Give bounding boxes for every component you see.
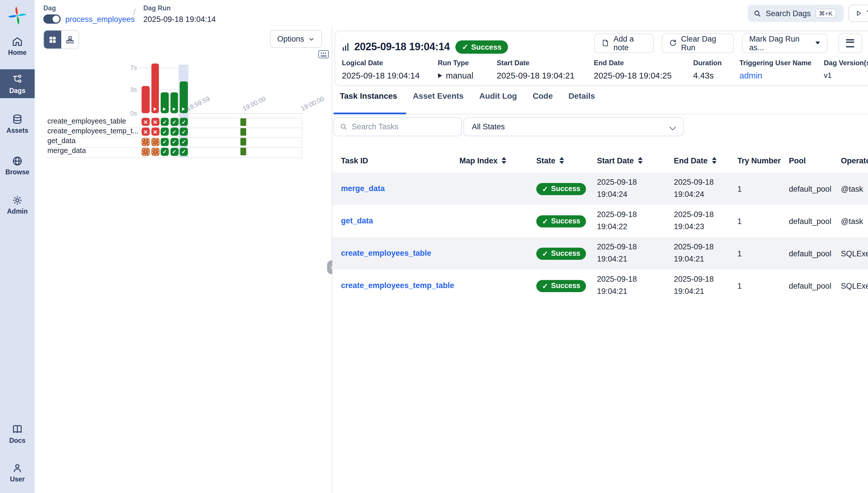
sort-state[interactable]	[559, 157, 564, 164]
check-icon: ✓	[462, 42, 468, 51]
try-number-cell: 1	[738, 281, 789, 290]
mark-dag-run-as-button[interactable]: Mark Dag Run as...	[742, 33, 827, 53]
task-instance-cell[interactable]: ✓	[180, 118, 188, 126]
task-instance-cell[interactable]: ↑	[142, 138, 150, 146]
state-filter-select[interactable]: All States	[463, 117, 683, 136]
time-axis-label: 19:00:00	[300, 95, 325, 112]
tab-details[interactable]: Details	[568, 91, 595, 107]
task-id-link[interactable]: create_employees_table	[341, 249, 431, 257]
task-instance-cell[interactable]: ✓	[170, 138, 178, 146]
task-instance-cell[interactable]: ✓	[161, 118, 169, 126]
airflow-logo[interactable]	[7, 6, 27, 25]
sidebar-item-docs[interactable]: Docs	[0, 420, 35, 447]
task-instance-cell[interactable]: ✓	[180, 148, 188, 156]
sidebar-item-admin[interactable]: Admin	[0, 191, 35, 218]
run-tabs: Task Instances Asset Events Audit Log Co…	[340, 91, 595, 107]
task-instance-cell[interactable]: ✓	[161, 128, 169, 136]
grid-task-label[interactable]: get_data	[47, 137, 139, 145]
dag-pause-toggle[interactable]	[43, 15, 61, 24]
task-id-link[interactable]: create_employees_temp_table	[341, 281, 454, 290]
sidebar-item-assets[interactable]: Assets	[0, 110, 35, 137]
sidebar-item-home[interactable]: Home	[0, 32, 35, 59]
gantt-border	[187, 117, 302, 118]
state-cell: ✓Success	[536, 215, 597, 227]
task-id-link[interactable]: get_data	[341, 216, 373, 225]
task-instance-cell[interactable]: ✓	[170, 118, 178, 126]
dag-run-bar[interactable]	[170, 93, 178, 113]
sidebar-item-label: Home	[8, 49, 26, 56]
add-note-button[interactable]: Add a note	[594, 33, 653, 53]
search-dags-label: Search Dags	[766, 9, 811, 18]
trigger-label: Trigger	[867, 9, 868, 18]
sidebar-item-user[interactable]: User	[0, 459, 35, 486]
table-row: merge_data✓Success2025-09-1819:04:242025…	[332, 173, 868, 205]
sort-start-date[interactable]	[638, 157, 643, 164]
sidebar-item-label: Browse	[5, 168, 29, 175]
task-instance-cell[interactable]: ✓	[170, 128, 178, 136]
state-badge: ✓Success	[536, 215, 586, 227]
run-title: 2025-09-18 19:04:14	[354, 41, 450, 53]
task-instance-cell[interactable]: ↑	[151, 148, 159, 156]
task-instance-cell[interactable]: ✓	[180, 128, 188, 136]
task-instance-cell[interactable]: ✕	[142, 128, 150, 136]
search-dags-button[interactable]: Search Dags ⌘+K	[748, 5, 844, 22]
gantt-task-bar[interactable]	[240, 118, 246, 126]
gantt-task-bar[interactable]	[240, 138, 246, 146]
breadcrumb-dag-link[interactable]: process_employees	[65, 15, 135, 24]
dag-run-bar[interactable]	[161, 93, 168, 113]
dag-run-bar[interactable]	[142, 86, 149, 113]
task-instance-cell[interactable]: ✓	[170, 148, 178, 156]
tabs-divider	[333, 113, 868, 114]
axis-baseline	[138, 113, 303, 114]
task-instance-cell[interactable]: ↑	[151, 138, 159, 146]
task-id-cell: merge_data	[341, 184, 460, 194]
operator-cell: @task	[841, 217, 868, 226]
sidebar: Home Dags Assets Browse Admin Docs	[0, 0, 35, 493]
trigger-button[interactable]: Trigger	[848, 5, 868, 22]
task-id-cell: create_employees_table	[341, 248, 460, 259]
tab-audit-log[interactable]: Audit Log	[479, 91, 517, 107]
table-row: create_employees_temp_table✓Success2025-…	[332, 270, 868, 302]
operator-cell: SQLExec	[841, 249, 868, 258]
sort-end-date[interactable]	[712, 157, 716, 164]
sidebar-item-label: Docs	[9, 437, 25, 444]
tab-task-instances[interactable]: Task Instances	[340, 91, 397, 107]
grid-task-label[interactable]: create_employees_table	[47, 117, 139, 125]
state-cell: ✓Success	[536, 183, 597, 195]
meta-end-date: End Date 2025-09-18 19:04:25	[594, 59, 693, 80]
task-instance-cell[interactable]: ✓	[180, 138, 188, 146]
triggering-user-link[interactable]: admin	[740, 71, 824, 80]
task-instance-cell[interactable]: ✓	[161, 138, 169, 146]
task-instance-cell[interactable]: ✕	[151, 118, 159, 126]
task-id-cell: create_employees_temp_table	[341, 281, 460, 291]
clear-dag-run-button[interactable]: Clear Dag Run	[661, 33, 734, 53]
task-instance-cell[interactable]: ✕	[142, 118, 150, 126]
sidebar-item-browse[interactable]: Browse	[0, 151, 35, 179]
task-instance-cell[interactable]: ↑	[142, 148, 150, 156]
search-tasks-input[interactable]: Search Tasks	[333, 117, 461, 136]
dag-run-bar[interactable]	[151, 64, 159, 113]
task-instance-cell[interactable]: ✕	[151, 128, 159, 136]
breadcrumb-run-label: Dag Run	[143, 5, 171, 12]
assets-icon	[12, 113, 23, 125]
pool-cell: default_pool	[789, 249, 841, 258]
sidebar-item-dags[interactable]: Dags	[0, 69, 35, 98]
gantt-task-bar[interactable]	[240, 128, 246, 136]
run-menu-button[interactable]	[838, 33, 862, 53]
grid-task-label[interactable]: create_employees_temp_t...	[47, 127, 139, 135]
grid-task-label[interactable]: merge_data	[47, 147, 139, 155]
sort-map-index[interactable]	[502, 157, 506, 164]
gantt-border	[187, 157, 302, 158]
row-separator	[46, 157, 177, 157]
grid-chart: 0s3s7s18:59:5919:00:0019:00:00create_emp…	[35, 26, 332, 200]
task-id-link[interactable]: merge_data	[341, 184, 385, 193]
task-instance-cell[interactable]: ✓	[161, 148, 169, 156]
run-panel: 2025-09-18 19:04:14 ✓ Success Add a note…	[332, 26, 868, 493]
end-date-cell: 2025-09-1819:04:21	[674, 274, 738, 298]
meta-logical-date: Logical Date 2025-09-18 19:04:14	[342, 59, 438, 80]
gantt-task-bar[interactable]	[240, 148, 246, 155]
tab-asset-events[interactable]: Asset Events	[413, 91, 464, 107]
start-date-cell: 2025-09-1819:04:21	[597, 241, 674, 265]
end-date-cell: 2025-09-1819:04:23	[674, 209, 738, 233]
tab-code[interactable]: Code	[532, 91, 553, 107]
